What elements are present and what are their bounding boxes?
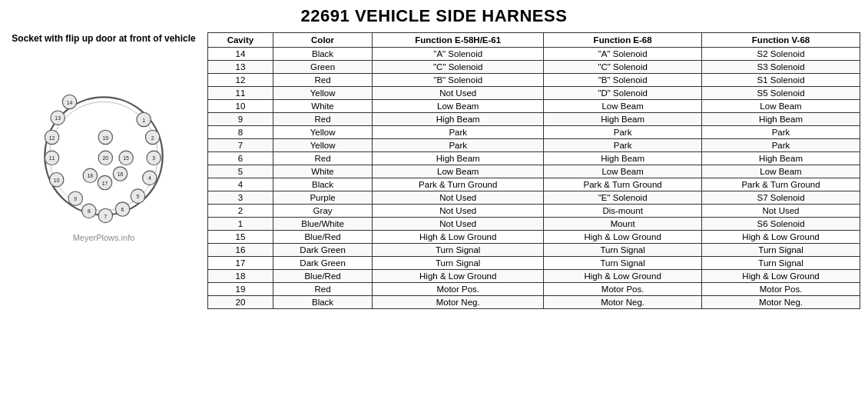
table-cell-18-3: Motor Pos. <box>544 283 702 296</box>
table-cell-4-0: 10 <box>208 100 273 113</box>
table-cell-16-4: Turn Signal <box>702 257 860 270</box>
table-cell-15-2: Turn Signal <box>373 244 544 257</box>
table-row: 15Blue/RedHigh & Low GroundHigh & Low Gr… <box>208 231 860 244</box>
table-cell-9-2: Low Beam <box>373 165 544 178</box>
table-cell-13-1: Blue/White <box>273 218 372 231</box>
table-cell-10-1: Black <box>273 178 372 191</box>
table-cell-6-3: Park <box>544 126 702 139</box>
table-cell-17-4: High & Low Ground <box>702 270 860 283</box>
diagram-section: Socket with flip up door at front of veh… <box>8 32 200 410</box>
table-row: 8YellowParkParkPark <box>208 126 860 139</box>
table-cell-11-2: Not Used <box>373 191 544 205</box>
table-row: 10WhiteLow BeamLow BeamLow Beam <box>208 100 860 113</box>
svg-text:4: 4 <box>148 175 151 181</box>
table-cell-13-0: 1 <box>208 218 273 231</box>
table-row: 16Dark GreenTurn SignalTurn SignalTurn S… <box>208 244 860 257</box>
table-cell-17-1: Blue/Red <box>273 270 372 283</box>
table-cell-6-0: 8 <box>208 126 273 139</box>
svg-text:15: 15 <box>123 155 129 161</box>
table-cell-12-3: Dis-mount <box>544 205 702 218</box>
table-cell-0-2: "A" Solenoid <box>373 48 544 61</box>
table-cell-11-0: 3 <box>208 191 273 205</box>
table-row: 6RedHigh BeamHigh BeamHigh Beam <box>208 152 860 165</box>
table-row: 1Blue/WhiteNot UsedMountS6 Solenoid <box>208 218 860 231</box>
table-cell-3-3: "D" Solenoid <box>544 87 702 100</box>
table-cell-14-2: High & Low Ground <box>373 231 544 244</box>
table-cell-8-2: High Beam <box>373 152 544 165</box>
table-cell-1-1: Green <box>273 61 372 74</box>
svg-text:9: 9 <box>74 196 77 201</box>
table-row: 14Black"A" Solenoid"A" SolenoidS2 Soleno… <box>208 48 860 61</box>
table-cell-5-3: High Beam <box>544 113 702 126</box>
table-cell-1-4: S3 Solenoid <box>702 61 860 74</box>
col-header-e58h: Function E-58H/E-61 <box>373 33 544 48</box>
table-row: 13Green"C" Solenoid"C" SolenoidS3 Soleno… <box>208 61 860 74</box>
table-cell-15-3: Turn Signal <box>544 244 702 257</box>
table-row: 3PurpleNot Used"E" SolenoidS7 Solenoid <box>208 191 860 205</box>
col-header-e68: Function E-68 <box>544 33 702 48</box>
table-cell-1-2: "C" Solenoid <box>373 61 544 74</box>
svg-text:18: 18 <box>88 173 94 178</box>
table-cell-16-0: 17 <box>208 257 273 270</box>
table-cell-12-1: Gray <box>273 205 372 218</box>
table-section: Cavity Color Function E-58H/E-61 Functio… <box>207 32 860 410</box>
table-cell-19-0: 20 <box>208 296 273 309</box>
table-cell-12-2: Not Used <box>373 205 544 218</box>
table-row: 18Blue/RedHigh & Low GroundHigh & Low Gr… <box>208 270 860 283</box>
table-cell-15-1: Dark Green <box>273 244 372 257</box>
table-cell-1-0: 13 <box>208 61 273 74</box>
table-row: 20BlackMotor Neg.Motor Neg.Motor Neg. <box>208 296 860 309</box>
table-cell-2-4: S1 Solenoid <box>702 74 860 87</box>
table-row: 4BlackPark & Turn GroundPark & Turn Grou… <box>208 178 860 191</box>
socket-diagram: 1234567891011121314151617181920 <box>23 50 184 227</box>
svg-text:5: 5 <box>137 194 140 199</box>
page-title: 22691 VEHICLE SIDE HARNESS <box>8 6 860 26</box>
table-cell-14-3: High & Low Ground <box>544 231 702 244</box>
table-cell-19-1: Black <box>273 296 372 309</box>
table-row: 7YellowParkParkPark <box>208 139 860 152</box>
table-cell-0-3: "A" Solenoid <box>544 48 702 61</box>
svg-text:7: 7 <box>104 213 107 218</box>
table-row: 2GrayNot UsedDis-mountNot Used <box>208 205 860 218</box>
table-cell-4-4: Low Beam <box>702 100 860 113</box>
table-cell-7-2: Park <box>373 139 544 152</box>
table-cell-17-3: High & Low Ground <box>544 270 702 283</box>
table-cell-17-2: High & Low Ground <box>373 270 544 283</box>
table-cell-9-3: Low Beam <box>544 165 702 178</box>
svg-text:10: 10 <box>54 178 60 183</box>
table-cell-5-1: Red <box>273 113 372 126</box>
table-cell-13-4: S6 Solenoid <box>702 218 860 231</box>
table-cell-2-3: "B" Solenoid <box>544 74 702 87</box>
table-cell-7-3: Park <box>544 139 702 152</box>
svg-text:6: 6 <box>121 207 124 212</box>
table-cell-10-3: Park & Turn Ground <box>544 178 702 191</box>
table-cell-19-3: Motor Neg. <box>544 296 702 309</box>
content-area: Socket with flip up door at front of veh… <box>8 32 860 410</box>
table-cell-3-2: Not Used <box>373 87 544 100</box>
table-cell-9-4: Low Beam <box>702 165 860 178</box>
table-cell-11-3: "E" Solenoid <box>544 191 702 205</box>
table-cell-7-1: Yellow <box>273 139 372 152</box>
table-cell-19-2: Motor Neg. <box>373 296 544 309</box>
svg-text:1: 1 <box>142 117 145 122</box>
table-row: 9RedHigh BeamHigh BeamHigh Beam <box>208 113 860 126</box>
table-cell-1-3: "C" Solenoid <box>544 61 702 74</box>
table-cell-12-4: Not Used <box>702 205 860 218</box>
table-cell-3-0: 11 <box>208 87 273 100</box>
col-header-color: Color <box>273 33 372 48</box>
svg-text:3: 3 <box>152 155 155 161</box>
svg-text:17: 17 <box>102 180 108 185</box>
table-cell-11-1: Purple <box>273 191 372 205</box>
svg-text:14: 14 <box>67 99 73 105</box>
table-cell-15-4: Turn Signal <box>702 244 860 257</box>
table-row: 19RedMotor Pos.Motor Pos.Motor Pos. <box>208 283 860 296</box>
table-cell-0-1: Black <box>273 48 372 61</box>
table-row: 5WhiteLow BeamLow BeamLow Beam <box>208 165 860 178</box>
table-cell-8-1: Red <box>273 152 372 165</box>
diagram-label: Socket with flip up door at front of veh… <box>12 32 195 45</box>
table-cell-10-2: Park & Turn Ground <box>373 178 544 191</box>
table-cell-2-2: "B" Solenoid <box>373 74 544 87</box>
watermark: MeyerPlows.info <box>73 233 135 242</box>
table-cell-18-2: Motor Pos. <box>373 283 544 296</box>
table-cell-18-1: Red <box>273 283 372 296</box>
